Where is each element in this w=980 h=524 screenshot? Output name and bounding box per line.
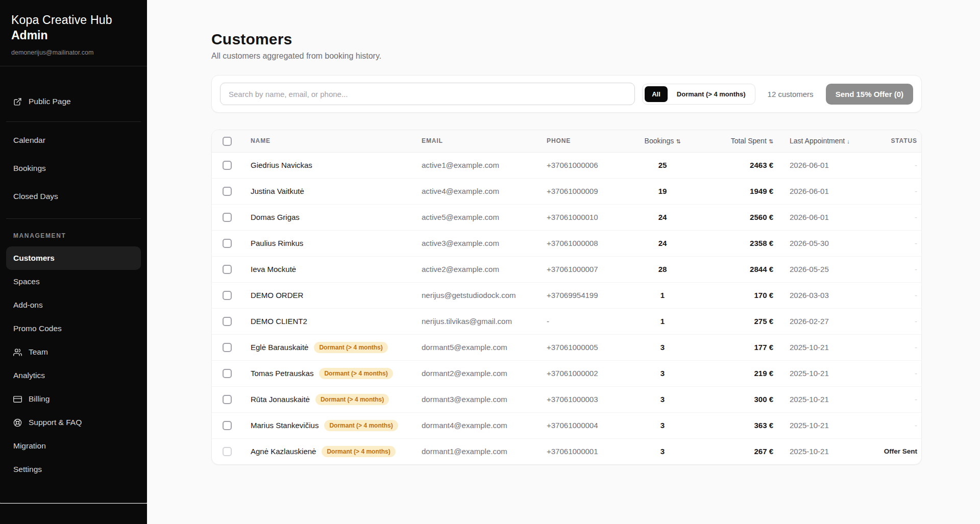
- sidebar-nav-top: Public Page: [0, 66, 147, 113]
- table-row[interactable]: Rūta JonauskaitėDormant (> 4 months)dorm…: [212, 386, 922, 412]
- col-header-phone: PHONE: [537, 130, 629, 152]
- sidebar-item-label: Billing: [29, 394, 50, 404]
- sidebar-divider: [6, 218, 141, 219]
- customer-email: active1@example.com: [412, 152, 537, 178]
- customer-phone: +37061000001: [537, 438, 629, 464]
- customer-name-cell: Ieva Mockutė: [241, 256, 412, 282]
- customer-email: nerijus.tilvikas@gmail.com: [412, 308, 537, 334]
- row-checkbox-cell: [212, 386, 241, 412]
- customers-table: NAMEEMAILPHONEBookings⇅Total Spent⇅Last …: [212, 130, 922, 464]
- dormant-badge: Dormant (> 4 months): [322, 446, 395, 457]
- table-row[interactable]: Domas Grigasactive5@example.com+37061000…: [212, 204, 922, 230]
- col-header-total-spent[interactable]: Total Spent⇅: [696, 130, 780, 152]
- sidebar-item-add-ons[interactable]: Add-ons: [6, 293, 141, 317]
- brand-admin-label: Admin: [11, 29, 136, 42]
- col-header-last-appointment[interactable]: Last Appointment↓: [780, 130, 877, 152]
- sidebar-item-label: Spaces: [13, 277, 40, 286]
- sort-icon: ⇅: [769, 138, 773, 144]
- credit-card-icon: [13, 395, 22, 404]
- total-spent: 275 €: [696, 308, 780, 334]
- sidebar-item-customers[interactable]: Customers: [6, 246, 141, 270]
- customer-name-cell: Eglė BarauskaitėDormant (> 4 months): [241, 334, 412, 360]
- sidebar-item-public-page[interactable]: Public Page: [6, 90, 141, 113]
- table-row[interactable]: Justina Vaitkutėactive4@example.com+3706…: [212, 178, 922, 204]
- search-input[interactable]: [220, 83, 635, 105]
- table-row[interactable]: DEMO CLIENT2nerijus.tilvikas@gmail.com-1…: [212, 308, 922, 334]
- customer-count: 12 customers: [768, 90, 814, 98]
- last-appointment: 2026-03-03: [780, 282, 877, 308]
- table-row[interactable]: Giedrius Navickasactive1@example.com+370…: [212, 152, 922, 178]
- last-appointment: 2025-10-21: [780, 334, 877, 360]
- row-checkbox-cell: [212, 334, 241, 360]
- customer-name-cell: Justina Vaitkutė: [241, 178, 412, 204]
- customer-name-cell: Paulius Rimkus: [241, 230, 412, 256]
- row-checkbox[interactable]: [223, 421, 232, 430]
- total-spent: 2560 €: [696, 204, 780, 230]
- sidebar-item-closed-days[interactable]: Closed Days: [6, 182, 141, 210]
- dormant-badge: Dormant (> 4 months): [324, 420, 398, 431]
- bookings-count: 24: [629, 204, 696, 230]
- customer-phone: +37061000005: [537, 334, 629, 360]
- row-checkbox-cell: [212, 230, 241, 256]
- sidebar-item-billing[interactable]: Billing: [6, 387, 141, 411]
- customer-name: Tomas Petrauskas: [251, 369, 313, 378]
- sidebar-item-label: Support & FAQ: [29, 418, 82, 427]
- sidebar-item-settings[interactable]: Settings: [6, 458, 141, 481]
- external-link-icon: [13, 97, 22, 106]
- customer-email: dormant1@example.com: [412, 438, 537, 464]
- table-row[interactable]: Eglė BarauskaitėDormant (> 4 months)dorm…: [212, 334, 922, 360]
- sidebar-nav-main: CalendarBookingsClosed Days: [0, 122, 147, 210]
- table-row[interactable]: Ieva Mockutėactive2@example.com+37061000…: [212, 256, 922, 282]
- total-spent: 170 €: [696, 282, 780, 308]
- row-checkbox[interactable]: [223, 213, 232, 222]
- row-checkbox[interactable]: [223, 447, 232, 456]
- customer-phone: +37061000004: [537, 412, 629, 438]
- sidebar-item-bookings[interactable]: Bookings: [6, 154, 141, 182]
- sidebar-item-support-faq[interactable]: Support & FAQ: [6, 411, 141, 434]
- table-row[interactable]: Paulius Rimkusactive3@example.com+370610…: [212, 230, 922, 256]
- filter-all-button[interactable]: All: [645, 86, 668, 102]
- filter-dormant-button[interactable]: Dormant (> 4 months): [670, 86, 753, 102]
- row-checkbox-cell: [212, 152, 241, 178]
- bookings-count: 3: [629, 412, 696, 438]
- status-cell: -: [877, 412, 922, 438]
- row-checkbox[interactable]: [223, 187, 232, 196]
- customer-name-cell: Agnė KazlauskienėDormant (> 4 months): [241, 438, 412, 464]
- sidebar-item-label: Settings: [13, 465, 42, 474]
- table-row[interactable]: DEMO ORDERnerijus@getstudiodock.com+3706…: [212, 282, 922, 308]
- row-checkbox[interactable]: [223, 265, 232, 274]
- row-checkbox[interactable]: [223, 369, 232, 378]
- row-checkbox[interactable]: [223, 291, 232, 300]
- sidebar-item-calendar[interactable]: Calendar: [6, 126, 141, 154]
- table-row[interactable]: Marius StankevičiusDormant (> 4 months)d…: [212, 412, 922, 438]
- sidebar-item-promo-codes[interactable]: Promo Codes: [6, 317, 141, 340]
- table-header-row: NAMEEMAILPHONEBookings⇅Total Spent⇅Last …: [212, 130, 922, 152]
- sidebar-item-spaces[interactable]: Spaces: [6, 270, 141, 293]
- col-header-bookings[interactable]: Bookings⇅: [629, 130, 696, 152]
- status-cell: Offer Sent: [877, 438, 922, 464]
- sidebar-bottom-divider: [0, 503, 147, 504]
- sidebar-item-label: Promo Codes: [13, 324, 62, 333]
- row-checkbox[interactable]: [223, 395, 232, 404]
- user-email: demonerijus@mailinator.com: [11, 49, 136, 56]
- app-window: Kopa Creative Hub Admin demonerijus@mail…: [0, 0, 980, 524]
- total-spent: 363 €: [696, 412, 780, 438]
- sidebar-item-analytics[interactable]: Analytics: [6, 364, 141, 387]
- col-header-name: NAME: [241, 130, 412, 152]
- row-checkbox[interactable]: [223, 317, 232, 326]
- row-checkbox[interactable]: [223, 161, 232, 170]
- customer-name-cell: DEMO ORDER: [241, 282, 412, 308]
- row-checkbox[interactable]: [223, 239, 232, 248]
- table-row[interactable]: Agnė KazlauskienėDormant (> 4 months)dor…: [212, 438, 922, 464]
- table-row[interactable]: Tomas PetrauskasDormant (> 4 months)dorm…: [212, 360, 922, 386]
- total-spent: 219 €: [696, 360, 780, 386]
- sidebar-item-migration[interactable]: Migration: [6, 434, 141, 458]
- send-offer-button[interactable]: Send 15% Offer (0): [826, 84, 913, 105]
- sidebar-item-label: Add-ons: [13, 301, 43, 310]
- row-checkbox[interactable]: [223, 343, 232, 352]
- bookings-count: 3: [629, 360, 696, 386]
- customer-email: active4@example.com: [412, 178, 537, 204]
- select-all-checkbox[interactable]: [223, 137, 232, 146]
- customer-name: DEMO ORDER: [251, 291, 303, 300]
- sidebar-item-team[interactable]: Team: [6, 340, 141, 364]
